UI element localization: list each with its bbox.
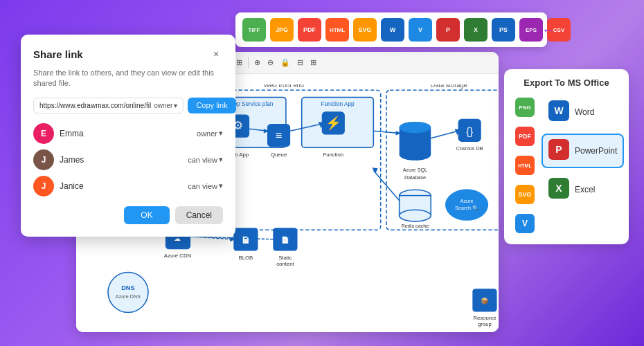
svg-text:DNS: DNS bbox=[121, 284, 135, 291]
dialog-footer: OK Cancel bbox=[33, 206, 223, 224]
format-visio[interactable]: V bbox=[409, 18, 432, 42]
link-url: https://www.edrawmax.com/online/fil bbox=[39, 102, 151, 109]
format-tiff[interactable]: TIFF bbox=[242, 18, 266, 42]
svg-text:Cosmos DB: Cosmos DB bbox=[456, 145, 483, 152]
cancel-button[interactable]: Cancel bbox=[175, 206, 223, 224]
link-row: https://www.edrawmax.com/online/fil owne… bbox=[33, 98, 223, 113]
avatar-janice: J bbox=[33, 176, 54, 197]
svg-text:Resource: Resource bbox=[473, 315, 496, 321]
toolbar-table[interactable]: ⊟ bbox=[294, 57, 306, 69]
export-excel[interactable]: X Excel bbox=[542, 172, 624, 207]
divider3 bbox=[248, 57, 249, 69]
avatar-emma: E bbox=[33, 123, 54, 144]
svg-text:App Service plan: App Service plan bbox=[230, 101, 274, 107]
link-input-box[interactable]: https://www.edrawmax.com/online/fil owne… bbox=[33, 98, 184, 113]
svg-text:⚡: ⚡ bbox=[325, 115, 342, 131]
svg-point-25 bbox=[400, 122, 431, 134]
format-ppt[interactable]: P bbox=[436, 18, 460, 42]
svg-text:Redis cache: Redis cache bbox=[401, 223, 429, 229]
svg-text:{}: {} bbox=[466, 126, 473, 137]
svg-text:≡: ≡ bbox=[276, 129, 283, 142]
svg-text:📦: 📦 bbox=[481, 297, 489, 305]
export-panel: Export To MS Office PNG PDF HTML SVG V bbox=[504, 69, 629, 244]
export-panel-title: Export To MS Office bbox=[512, 78, 620, 88]
export-small-svg[interactable]: SVG bbox=[512, 182, 537, 207]
format-word[interactable]: W bbox=[381, 18, 404, 42]
svg-text:Function: Function bbox=[323, 152, 343, 158]
powerpoint-label: PowerPoint bbox=[575, 146, 617, 156]
svg-text:Azure SQL: Azure SQL bbox=[403, 167, 427, 173]
svg-text:📄: 📄 bbox=[242, 236, 250, 244]
format-jpg[interactable]: JPG bbox=[270, 18, 294, 42]
format-ps[interactable]: PS bbox=[492, 18, 515, 42]
dialog-description: Share the link to others, and they can v… bbox=[33, 68, 223, 89]
close-button[interactable]: × bbox=[209, 47, 223, 61]
svg-text:📄: 📄 bbox=[281, 236, 289, 244]
svg-text:Azure: Azure bbox=[460, 198, 474, 204]
svg-text:Database: Database bbox=[404, 174, 426, 181]
arrow-indicator: ← bbox=[542, 22, 555, 38]
format-pdf[interactable]: PDF bbox=[298, 18, 321, 42]
toolbar-zoom-out[interactable]: ⊖ bbox=[265, 57, 276, 69]
export-small-visio[interactable]: V bbox=[512, 211, 537, 236]
svg-text:BLOB: BLOB bbox=[239, 255, 253, 261]
svg-text:Web front end: Web front end bbox=[264, 84, 304, 89]
user-row-emma: E Emma owner ▾ bbox=[33, 123, 223, 144]
svg-text:group: group bbox=[478, 321, 492, 327]
link-permission[interactable]: owner ▾ bbox=[154, 102, 177, 109]
export-powerpoint[interactable]: P PowerPoint bbox=[542, 134, 624, 168]
export-toolbar: TIFF JPG PDF HTML SVG W V P X PS EPS CSV bbox=[235, 12, 547, 47]
share-dialog: Share link × Share the link to others, a… bbox=[21, 35, 235, 237]
export-small-html[interactable]: HTML bbox=[512, 153, 537, 178]
svg-text:Data storage: Data storage bbox=[430, 84, 467, 89]
export-small-pdf[interactable]: PDF bbox=[512, 124, 537, 149]
toolbar-more[interactable]: ⊞ bbox=[307, 57, 319, 69]
dialog-header: Share link × bbox=[33, 47, 223, 61]
word-label: Word bbox=[575, 107, 594, 117]
format-eps[interactable]: EPS bbox=[519, 18, 543, 42]
svg-point-51 bbox=[108, 272, 148, 312]
user-role-james[interactable]: can view ▾ bbox=[188, 155, 223, 164]
ok-button[interactable]: OK bbox=[124, 206, 169, 224]
export-word[interactable]: W Word bbox=[542, 95, 624, 129]
username-james: James bbox=[60, 155, 188, 165]
copy-link-button[interactable]: Copy link bbox=[188, 98, 235, 113]
svg-point-24 bbox=[400, 149, 431, 161]
dialog-title: Share link bbox=[33, 48, 83, 60]
svg-text:Azure CDN: Azure CDN bbox=[164, 253, 191, 259]
excel-label: Excel bbox=[575, 185, 595, 194]
svg-text:Function App: Function App bbox=[321, 101, 355, 107]
svg-text:Search 🔍: Search 🔍 bbox=[455, 205, 479, 211]
svg-text:Queue: Queue bbox=[271, 152, 287, 158]
username-emma: Emma bbox=[60, 129, 197, 138]
format-svg[interactable]: SVG bbox=[353, 18, 377, 42]
format-html[interactable]: HTML bbox=[325, 18, 349, 42]
avatar-james: J bbox=[33, 149, 54, 170]
toolbar-lock[interactable]: 🔒 bbox=[278, 57, 293, 69]
svg-text:content: content bbox=[276, 261, 294, 267]
svg-text:Static: Static bbox=[278, 255, 292, 261]
svg-point-33 bbox=[400, 210, 431, 221]
toolbar-zoom-in[interactable]: ⊕ bbox=[251, 57, 263, 69]
username-janice: Janice bbox=[60, 181, 188, 191]
user-row-janice: J Janice can view ▾ bbox=[33, 176, 223, 197]
export-small-png[interactable]: PNG bbox=[512, 95, 537, 120]
user-row-james: J James can view ▾ bbox=[33, 149, 223, 170]
user-role-janice[interactable]: can view ▾ bbox=[188, 181, 223, 190]
user-role-emma[interactable]: owner ▾ bbox=[197, 129, 223, 138]
svg-text:Azure DNS: Azure DNS bbox=[116, 293, 141, 300]
format-excel[interactable]: X bbox=[464, 18, 488, 42]
svg-line-68 bbox=[431, 131, 458, 138]
